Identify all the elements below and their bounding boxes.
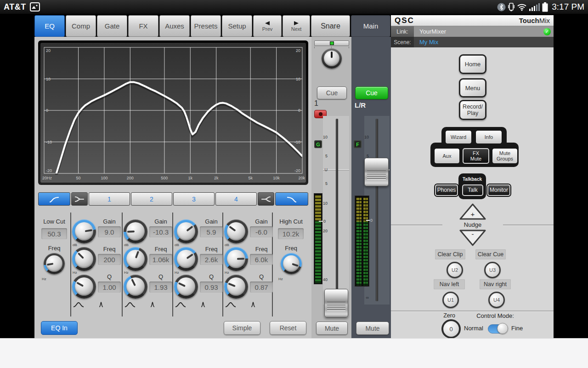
talk-button[interactable]: Talk	[462, 184, 483, 196]
tab-setup[interactable]: Setup	[222, 15, 252, 37]
zero-button[interactable]: 0	[441, 319, 461, 339]
band-4-q-knob[interactable]	[224, 275, 248, 299]
selected-channel-tab[interactable]: Snare	[311, 15, 350, 37]
band-4-freq-knob[interactable]	[224, 247, 248, 271]
band-4-gain-knob[interactable]	[224, 219, 248, 243]
user-button-u2[interactable]: U2	[447, 262, 463, 278]
nav-right-label: Nav right	[480, 279, 511, 289]
home-button[interactable]: Home	[459, 54, 486, 74]
tab-presets[interactable]: Presets	[191, 15, 221, 37]
freq-value: 2.6k	[200, 254, 223, 265]
wizard-button[interactable]: Wizard	[445, 130, 472, 144]
high-cut-band-button[interactable]	[275, 192, 308, 206]
knob-pointer	[292, 263, 299, 267]
band-3-q-knob[interactable]	[174, 275, 198, 299]
eq-in-button[interactable]: EQ In	[41, 321, 78, 335]
next-channel-button[interactable]: Next	[283, 15, 310, 37]
band-4-button[interactable]: 4	[215, 192, 257, 206]
high-shelf-band-button[interactable]	[258, 192, 274, 206]
axis-tick-label: -10	[294, 140, 300, 144]
channel-level-meter	[314, 193, 322, 284]
axis-tick-label: -20	[46, 168, 52, 173]
main-cue-button[interactable]: Cue	[355, 86, 388, 99]
vibrate-phone-icon	[508, 2, 514, 12]
low-cut-freq-knob[interactable]	[44, 253, 65, 274]
band-2-q-knob[interactable]	[124, 275, 147, 299]
band-2-freq-knob[interactable]	[124, 247, 147, 271]
band-1-freq-knob[interactable]	[72, 247, 96, 271]
low-cut-band-button[interactable]	[38, 192, 70, 206]
hz-unit-label: Hz	[225, 270, 229, 275]
fx-mute-button[interactable]: FX Mute	[463, 148, 489, 164]
simple-button[interactable]: Simple	[224, 321, 260, 335]
band-1-button[interactable]: 1	[89, 192, 130, 206]
freq-label: Freq	[38, 245, 70, 252]
knob-cap	[227, 277, 245, 296]
parameter-label: Freq	[250, 246, 273, 253]
divider-left	[391, 224, 442, 225]
scene-value: My Mix	[414, 37, 554, 47]
low-cut-title: Low Cut	[38, 218, 70, 225]
low-cut-value: 50.3	[41, 228, 67, 239]
knob-pointer	[187, 253, 193, 259]
main-mute-button[interactable]: Mute	[356, 322, 389, 335]
parameter-side: Q1.00	[98, 273, 121, 293]
record-play-button[interactable]: Record/ Play	[459, 100, 486, 120]
low-shelf-band-button[interactable]	[71, 192, 88, 206]
band-3-gain-knob[interactable]	[174, 219, 198, 243]
control-mode-label: Control Mode:	[468, 312, 523, 319]
knob-pointer	[131, 279, 136, 286]
mute-groups-button[interactable]: Mute Groups	[492, 148, 518, 164]
user-button-u4[interactable]: U4	[488, 292, 505, 308]
user-button-u1[interactable]: U1	[442, 292, 459, 308]
reset-button[interactable]: Reset	[270, 321, 306, 335]
channel-fader-handle[interactable]	[324, 289, 348, 317]
fx-indicator: F	[354, 140, 362, 148]
band-2-button[interactable]: 2	[131, 192, 172, 206]
band-2-gain-knob[interactable]	[124, 219, 147, 243]
nudge-down-button[interactable]: -	[459, 229, 486, 247]
band-3-freq-knob[interactable]	[174, 247, 198, 271]
user-button-u3[interactable]: U3	[484, 262, 501, 278]
fader-scale-mark: 10	[361, 135, 369, 139]
toggle-knob	[497, 323, 508, 334]
eq-graph[interactable]: 2020101000-10-10-20-2020Hz501002005001k2…	[38, 40, 308, 185]
prev-channel-button[interactable]: Prev	[253, 15, 282, 37]
knob-pointer	[85, 229, 92, 232]
freq-value: 200	[98, 254, 121, 265]
aux-button[interactable]: Aux	[434, 148, 460, 164]
main-strip: Cue L/R F 105U5102040∞ 0 Mute	[351, 37, 391, 338]
parameter-label: Q	[200, 273, 223, 280]
menu-button[interactable]: Menu	[459, 78, 486, 98]
axis-tick-label: 20Hz	[42, 176, 52, 180]
channel-cue-button[interactable]: Cue	[317, 86, 347, 99]
knob-pointer	[47, 263, 53, 265]
band-3-button[interactable]: 3	[173, 192, 215, 206]
high-cut-value: 10.2k	[278, 228, 304, 239]
tab-comp[interactable]: Comp	[66, 15, 96, 37]
phones-button[interactable]: Phones	[435, 184, 458, 196]
band-2-column: Gain-10.3Freq1.06kQ1.93dBHz	[123, 212, 172, 317]
scene-row[interactable]: Scene: My Mix	[391, 37, 554, 47]
main-fader-handle[interactable]	[364, 158, 389, 186]
tab-gate[interactable]: Gate	[97, 15, 127, 37]
band-1-q-knob[interactable]	[72, 275, 96, 299]
high-cut-freq-knob[interactable]	[281, 253, 302, 274]
parameter-side: Gain-6.0	[250, 218, 273, 237]
link-row[interactable]: Link: YourMixer ✓	[391, 26, 554, 37]
fine-mode-toggle[interactable]	[488, 324, 507, 334]
eq-parameter-area: Low Cut50.3FreqHzGain9.0Freq200Q1.00dBHz…	[38, 212, 309, 317]
tab-auxes[interactable]: Auxes	[159, 15, 190, 37]
tab-fx[interactable]: FX	[128, 15, 158, 37]
monitor-button[interactable]: Monitor	[487, 184, 510, 196]
band-4-column: Gain-6.0Freq6.0kQ0.87dBHz	[223, 212, 272, 317]
tab-main[interactable]: Main	[351, 15, 390, 37]
hz-unit-label: Hz	[175, 270, 179, 275]
knob-pointer	[135, 251, 139, 258]
info-button[interactable]: Info	[475, 130, 502, 144]
tab-eq[interactable]: EQ	[34, 15, 65, 37]
band-1-gain-knob[interactable]	[72, 219, 96, 243]
nudge-up-button[interactable]: +	[459, 203, 486, 220]
pan-knob[interactable]	[322, 48, 342, 69]
channel-mute-button[interactable]: Mute	[316, 322, 348, 335]
